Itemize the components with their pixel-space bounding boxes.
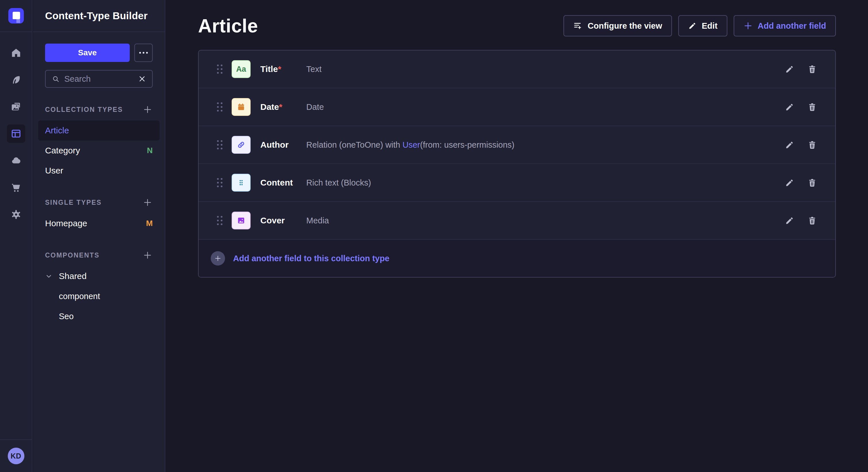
main-content: Article Configure the view Edit Add anot… <box>166 0 868 472</box>
ctb-sidebar: Content-Type Builder Save COLLECTION TYP… <box>33 0 165 472</box>
drag-handle-icon[interactable] <box>217 102 222 111</box>
sidebar-body: Save COLLECTION TYPES Article Category <box>33 32 165 338</box>
field-row-cover: Cover Media <box>198 202 835 240</box>
field-row-title: Aa Title* Text <box>198 50 835 88</box>
edit-button[interactable]: Edit <box>678 15 727 36</box>
field-row-content: Content Rich text (Blocks) <box>198 164 835 202</box>
sidebar-item-component[interactable]: component <box>45 286 153 306</box>
sidebar-item-seo[interactable]: Seo <box>45 306 153 326</box>
media-field-icon <box>231 212 251 229</box>
add-another-field-button[interactable]: Add another field <box>734 15 836 36</box>
edit-field-icon[interactable] <box>785 178 794 188</box>
search-icon <box>52 75 60 83</box>
status-badge-modified: M <box>146 219 153 228</box>
drag-handle-icon[interactable] <box>217 140 222 149</box>
sidebar-item-user[interactable]: User <box>38 161 160 181</box>
configure-list-icon <box>573 21 582 30</box>
add-component-button[interactable] <box>143 250 153 260</box>
edit-field-icon[interactable] <box>785 65 794 74</box>
content-type-builder-icon[interactable] <box>7 125 25 143</box>
media-library-icon[interactable] <box>10 101 22 112</box>
rail-footer: KD <box>0 439 32 472</box>
plus-icon <box>743 21 753 30</box>
sidebar-item-category[interactable]: Category N <box>38 140 160 161</box>
relation-target-link[interactable]: User <box>402 140 420 149</box>
section-single-types: SINGLE TYPES Homepage M <box>45 197 153 233</box>
sidebar-title: Content-Type Builder <box>45 10 148 22</box>
rail-header <box>0 0 32 32</box>
user-avatar[interactable]: KD <box>8 448 24 464</box>
delete-field-icon[interactable] <box>807 216 817 225</box>
add-single-type-button[interactable] <box>143 197 153 208</box>
section-components: COMPONENTS Shared component Seo <box>45 250 153 326</box>
delete-field-icon[interactable] <box>807 140 817 150</box>
settings-gear-icon[interactable] <box>10 209 22 220</box>
search-input[interactable] <box>64 74 134 84</box>
relation-field-icon <box>231 136 251 154</box>
sidebar-item-article[interactable]: Article <box>38 121 160 140</box>
strapi-logo[interactable] <box>8 8 24 24</box>
text-field-icon: Aa <box>231 60 251 78</box>
add-collection-type-button[interactable] <box>143 104 153 115</box>
pencil-icon <box>688 22 696 30</box>
marketplace-cart-icon[interactable] <box>10 182 22 193</box>
content-manager-feather-icon[interactable] <box>10 74 22 86</box>
required-mark: * <box>279 102 282 111</box>
section-collection-types: COLLECTION TYPES Article Category N User <box>45 104 153 181</box>
delete-field-icon[interactable] <box>807 102 817 112</box>
cloud-icon[interactable] <box>10 155 22 166</box>
sidebar-header: Content-Type Builder <box>33 0 165 32</box>
component-group-shared[interactable]: Shared <box>45 266 153 286</box>
add-field-link[interactable]: Add another field to this collection typ… <box>233 254 390 263</box>
chevron-down-icon <box>45 272 53 280</box>
drag-handle-icon[interactable] <box>217 178 222 187</box>
delete-field-icon[interactable] <box>807 178 817 188</box>
plus-circle-icon <box>211 251 225 266</box>
edit-field-icon[interactable] <box>785 140 794 150</box>
section-label: COMPONENTS <box>45 251 100 259</box>
icon-rail: KD <box>0 0 32 472</box>
add-field-footer[interactable]: Add another field to this collection typ… <box>198 240 835 277</box>
configure-view-button[interactable]: Configure the view <box>563 15 672 36</box>
page-title: Article <box>198 15 258 37</box>
status-badge-new: N <box>147 146 153 155</box>
rail-nav <box>0 32 32 439</box>
rich-text-blocks-field-icon <box>231 174 251 192</box>
drag-handle-icon[interactable] <box>217 65 222 74</box>
field-row-date: Date* Date <box>198 88 835 126</box>
edit-field-icon[interactable] <box>785 216 794 225</box>
delete-field-icon[interactable] <box>807 65 817 74</box>
edit-field-icon[interactable] <box>785 102 794 112</box>
save-button[interactable]: Save <box>45 43 130 62</box>
section-label: SINGLE TYPES <box>45 199 102 206</box>
required-mark: * <box>278 64 281 74</box>
home-icon[interactable] <box>10 47 22 59</box>
drag-handle-icon[interactable] <box>217 216 222 225</box>
date-field-icon <box>231 98 251 116</box>
clear-search-icon[interactable] <box>138 75 146 82</box>
search-box[interactable] <box>45 70 153 88</box>
fields-table: Aa Title* Text Date* Date <box>198 50 836 278</box>
section-label: COLLECTION TYPES <box>45 106 123 113</box>
more-options-button[interactable] <box>134 43 153 62</box>
field-row-author: Author Relation (oneToOne) with User(fro… <box>198 126 835 164</box>
sidebar-item-homepage[interactable]: Homepage M <box>38 213 160 233</box>
